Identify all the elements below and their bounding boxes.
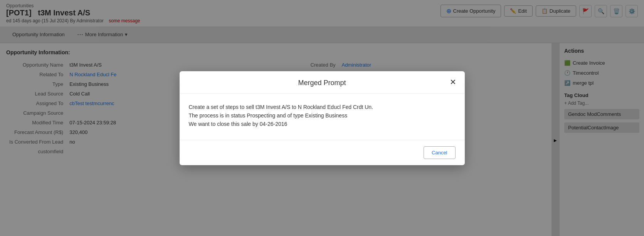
cancel-button[interactable]: Cancel: [424, 146, 455, 159]
modal-close-button[interactable]: ✕: [448, 77, 459, 87]
modal-header: Merged Prompt ✕: [180, 71, 465, 94]
modal-body-line3: We want to close this sale by 04-26-2016: [189, 120, 456, 128]
merged-prompt-modal: Merged Prompt ✕ Create a set of steps to…: [180, 71, 465, 165]
modal-footer: Cancel: [180, 140, 465, 165]
modal-body: Create a set of steps to sell t3M Invest…: [180, 94, 465, 140]
modal-title: Merged Prompt: [298, 79, 346, 87]
modal-body-line2: The process is in status Prospecting and…: [189, 111, 456, 120]
modal-body-line1: Create a set of steps to sell t3M Invest…: [189, 103, 456, 111]
modal-overlay: Merged Prompt ✕ Create a set of steps to…: [0, 0, 644, 236]
